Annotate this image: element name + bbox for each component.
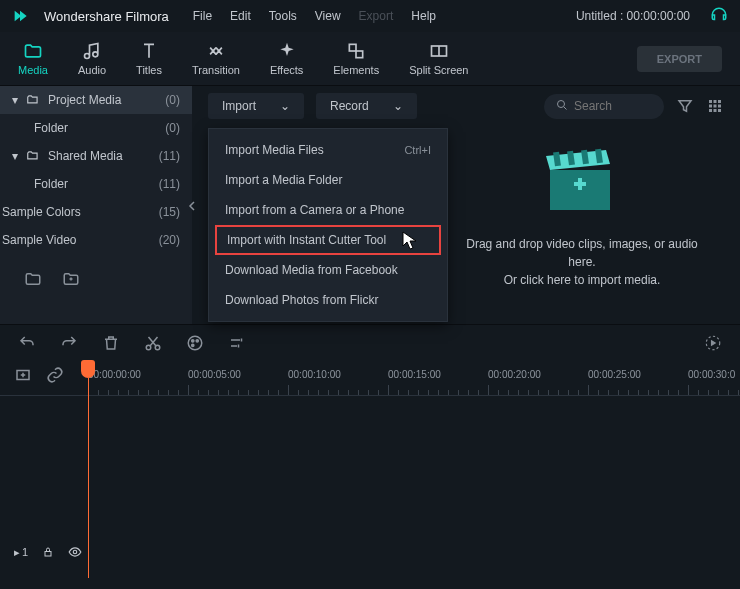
ruler-stamp: 00:00:20:00: [488, 369, 541, 380]
svg-point-22: [192, 339, 194, 341]
filter-icon[interactable]: [676, 97, 694, 115]
transition-icon: [206, 41, 226, 61]
main-toolbar: Media Audio Titles Transition Effects El…: [0, 32, 740, 86]
tab-transition[interactable]: Transition: [192, 41, 240, 76]
project-title: Untitled : 00:00:00:00: [576, 9, 690, 23]
search-box[interactable]: [544, 94, 664, 119]
text-icon: [139, 41, 159, 61]
visibility-icon[interactable]: [68, 545, 82, 559]
menu-import-media-files[interactable]: Import Media Files Ctrl+I: [209, 135, 447, 165]
chevron-down-icon: ⌄: [280, 99, 290, 113]
playhead[interactable]: [88, 360, 95, 578]
menu-download-facebook[interactable]: Download Media from Facebook: [209, 255, 447, 285]
ruler-stamp: 00:00:05:00: [188, 369, 241, 380]
menu-bar: File Edit Tools View Export Help: [193, 9, 436, 23]
svg-rect-9: [718, 105, 721, 108]
color-icon[interactable]: [186, 334, 204, 352]
chevron-down-icon: ▾: [12, 93, 24, 107]
export-button[interactable]: EXPORT: [637, 46, 722, 72]
search-input[interactable]: [574, 99, 644, 113]
svg-rect-11: [714, 109, 717, 112]
new-folder-icon[interactable]: [24, 270, 42, 286]
ruler-stamp: 00:00:00:00: [88, 369, 141, 380]
sidebar-item-sample-video[interactable]: Sample Video (20): [0, 226, 192, 254]
tab-media[interactable]: Media: [18, 41, 48, 76]
ruler-stamp: 00:00:15:00: [388, 369, 441, 380]
svg-rect-6: [718, 100, 721, 103]
svg-rect-7: [709, 105, 712, 108]
sidebar-item-shared-media[interactable]: ▾ Shared Media (11): [0, 142, 192, 170]
support-icon[interactable]: [710, 6, 728, 27]
main-area: ▾ Project Media (0) Folder (0) ▾ Shared …: [0, 86, 740, 324]
svg-rect-27: [45, 552, 51, 557]
drop-zone[interactable]: Drag and drop video clips, images, or au…: [452, 146, 712, 289]
svg-rect-5: [714, 100, 717, 103]
svg-rect-4: [709, 100, 712, 103]
tab-split-screen[interactable]: Split Screen: [409, 41, 468, 76]
import-dropdown[interactable]: Import ⌄: [208, 93, 304, 119]
folder-open-icon: [26, 149, 42, 163]
svg-rect-8: [714, 105, 717, 108]
sidebar: ▾ Project Media (0) Folder (0) ▾ Shared …: [0, 86, 192, 324]
svg-point-28: [73, 550, 77, 554]
render-icon[interactable]: [704, 334, 722, 352]
timeline-ruler[interactable]: 00:00:00:0000:00:05:0000:00:10:0000:00:1…: [0, 360, 740, 396]
track-controls: ▸1: [14, 545, 82, 559]
sidebar-item-folder-1[interactable]: Folder (0): [0, 114, 192, 142]
tab-audio[interactable]: Audio: [78, 41, 106, 76]
settings-icon[interactable]: [228, 334, 246, 352]
svg-point-24: [192, 344, 194, 346]
timeline: 00:00:00:0000:00:05:0000:00:10:0000:00:1…: [0, 360, 740, 589]
chevron-down-icon: ⌄: [393, 99, 403, 113]
menu-import-media-folder[interactable]: Import a Media Folder: [209, 165, 447, 195]
menu-tools[interactable]: Tools: [269, 9, 297, 23]
chevron-down-icon: ▾: [12, 149, 24, 163]
menu-view[interactable]: View: [315, 9, 341, 23]
delete-icon[interactable]: [102, 334, 120, 352]
app-logo-icon: [12, 8, 28, 24]
titlebar: Wondershare Filmora File Edit Tools View…: [0, 0, 740, 32]
menu-help[interactable]: Help: [411, 9, 436, 23]
content-panel: Import ⌄ Record ⌄: [192, 86, 740, 324]
app-name: Wondershare Filmora: [44, 9, 169, 24]
svg-rect-10: [709, 109, 712, 112]
clapperboard-icon: [542, 146, 622, 216]
menu-export: Export: [359, 9, 394, 23]
tab-elements[interactable]: Elements: [333, 41, 379, 76]
menu-import-camera-phone[interactable]: Import from a Camera or a Phone: [209, 195, 447, 225]
drop-text-1: Drag and drop video clips, images, or au…: [452, 235, 712, 271]
split-icon: [429, 41, 449, 61]
tab-titles[interactable]: Titles: [136, 41, 162, 76]
tab-effects[interactable]: Effects: [270, 41, 303, 76]
cursor-icon: [402, 231, 418, 251]
lock-icon[interactable]: [42, 546, 54, 558]
shapes-icon: [346, 41, 366, 61]
cut-icon[interactable]: [144, 334, 162, 352]
redo-icon[interactable]: [60, 334, 78, 352]
sparkle-icon: [277, 41, 297, 61]
grid-view-icon[interactable]: [706, 97, 724, 115]
sidebar-item-folder-2[interactable]: Folder (11): [0, 170, 192, 198]
timeline-tools: [0, 324, 740, 360]
svg-point-3: [558, 100, 565, 107]
record-dropdown[interactable]: Record ⌄: [316, 93, 417, 119]
sidebar-item-project-media[interactable]: ▾ Project Media (0): [0, 86, 192, 114]
ruler-stamp: 00:00:30:0: [688, 369, 735, 380]
menu-download-flickr[interactable]: Download Photos from Flickr: [209, 285, 447, 315]
drop-text-2: Or click here to import media.: [452, 271, 712, 289]
svg-point-23: [196, 339, 198, 341]
folder-icon: [23, 41, 43, 61]
track-badge[interactable]: ▸1: [14, 546, 28, 559]
svg-rect-12: [718, 109, 721, 112]
folder-plus-icon[interactable]: [62, 270, 80, 286]
import-menu: Import Media Files Ctrl+I Import a Media…: [208, 128, 448, 322]
menu-edit[interactable]: Edit: [230, 9, 251, 23]
sidebar-item-sample-colors[interactable]: Sample Colors (15): [0, 198, 192, 226]
undo-icon[interactable]: [18, 334, 36, 352]
ruler-stamp: 00:00:25:00: [588, 369, 641, 380]
menu-file[interactable]: File: [193, 9, 212, 23]
svg-rect-1: [356, 51, 363, 58]
svg-point-21: [188, 336, 202, 350]
content-toolbar: Import ⌄ Record ⌄: [192, 86, 740, 126]
panel-expand-handle[interactable]: [188, 196, 196, 216]
